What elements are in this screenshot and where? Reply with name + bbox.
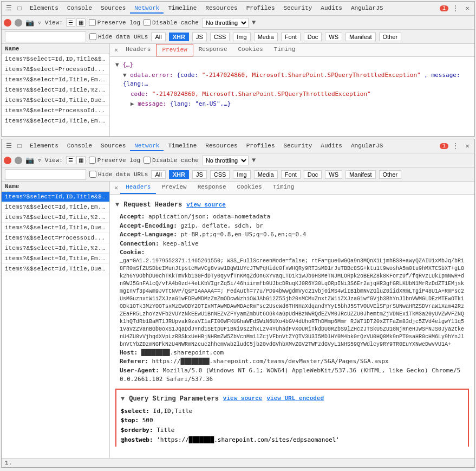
list-item-top-4[interactable]: items?&$select=Id,Title,Due... bbox=[2, 95, 109, 106]
disable-cache-checkbox-top[interactable] bbox=[144, 19, 151, 26]
tab-audits-bottom[interactable]: Audits bbox=[316, 141, 347, 151]
list-item-bottom-5[interactable]: items?&$select=Id,Title,%2... bbox=[2, 243, 109, 254]
disable-cache-checkbox-bottom[interactable] bbox=[144, 157, 151, 164]
js-filter-btn-bottom[interactable]: JS bbox=[192, 170, 207, 179]
hide-data-urls-checkbox-top[interactable] bbox=[89, 33, 96, 40]
sub-tab-cookies-top[interactable]: Cookies bbox=[232, 44, 268, 56]
more-menu-icon-bottom[interactable]: ⋮ bbox=[451, 141, 460, 151]
list-item-top-1[interactable]: items?&$select=ProcessoId... bbox=[2, 64, 109, 75]
js-filter-btn-top[interactable]: JS bbox=[192, 33, 207, 41]
font-filter-btn-top[interactable]: Font bbox=[281, 33, 301, 41]
tab-elements-top[interactable]: Elements bbox=[25, 4, 63, 14]
list-view-btn-bottom[interactable]: ☰ bbox=[66, 156, 75, 164]
tab-timeline-bottom[interactable]: Timeline bbox=[164, 141, 201, 151]
camera-icon-bottom[interactable]: 📷 bbox=[25, 156, 34, 165]
hide-data-urls-checkbox-bottom[interactable] bbox=[89, 171, 96, 178]
list-item-bottom-7[interactable]: items?&$select=Id,Title,Due... bbox=[2, 264, 109, 274]
list-item-bottom-4[interactable]: items?&$select=ProcessoId... bbox=[2, 233, 109, 243]
sub-tab-timing-top[interactable]: Timing bbox=[269, 44, 301, 56]
record-button-bottom[interactable] bbox=[4, 157, 11, 164]
font-filter-btn-bottom[interactable]: Font bbox=[281, 170, 301, 179]
xhr-filter-btn-bottom[interactable]: XHR bbox=[169, 170, 189, 179]
list-item-top-2[interactable]: items?&$select=Id,Title,Em... bbox=[2, 75, 109, 85]
throttle-arrow-top[interactable]: ▼ bbox=[252, 19, 256, 27]
grid-view-btn-top[interactable]: ▦ bbox=[76, 18, 86, 27]
manifest-filter-btn-bottom[interactable]: Manifest bbox=[345, 170, 376, 179]
doc-filter-btn-top[interactable]: Doc bbox=[304, 33, 322, 41]
preserve-log-checkbox-top[interactable] bbox=[89, 19, 96, 26]
all-filter-btn-bottom[interactable]: All bbox=[151, 170, 165, 179]
throttle-arrow-bottom[interactable]: ▼ bbox=[252, 157, 256, 164]
expand-arrow-rh[interactable]: ▼ bbox=[115, 200, 119, 210]
tab-network-bottom[interactable]: Network bbox=[130, 141, 164, 151]
img-filter-btn-bottom[interactable]: Img bbox=[233, 170, 250, 179]
tab-timeline-top[interactable]: Timeline bbox=[164, 4, 201, 14]
sub-tab-headers-top[interactable]: Headers bbox=[120, 44, 156, 56]
media-filter-btn-top[interactable]: Media bbox=[254, 33, 278, 41]
sub-tab-headers-bottom[interactable]: Headers bbox=[120, 182, 156, 194]
img-filter-btn-top[interactable]: Img bbox=[233, 33, 250, 41]
throttle-select-bottom[interactable]: No throttling bbox=[202, 156, 249, 165]
filter-icon-bottom[interactable]: ▿ bbox=[37, 156, 42, 165]
list-item-top-5[interactable]: items?&$select=ProcessoId... bbox=[2, 106, 109, 116]
manifest-filter-btn-top[interactable]: Manifest bbox=[345, 33, 376, 41]
ws-filter-btn-top[interactable]: WS bbox=[325, 33, 342, 41]
devtools-menu-icon-bottom[interactable]: ☰ bbox=[4, 141, 14, 151]
tab-security-top[interactable]: Security bbox=[279, 4, 317, 14]
stop-button-bottom[interactable] bbox=[15, 157, 22, 164]
sub-tab-preview-bottom[interactable]: Preview bbox=[156, 182, 192, 194]
inspect-icon[interactable]: □ bbox=[15, 4, 24, 14]
sub-tab-response-bottom[interactable]: Response bbox=[192, 182, 232, 194]
sub-tab-cookies-bottom[interactable]: Cookies bbox=[231, 182, 267, 194]
search-input-bottom[interactable] bbox=[5, 169, 86, 180]
list-item-bottom-0[interactable]: items?$select=Id,ID,Title&$... bbox=[2, 192, 109, 202]
close-detail-top[interactable]: ✕ bbox=[112, 44, 120, 56]
view-source-link-rh[interactable]: view source bbox=[186, 201, 226, 210]
list-item-top-3[interactable]: items?&$select=Id,Title,%2... bbox=[2, 85, 109, 95]
list-item-bottom-6[interactable]: items?&$select=Id,Title,Em... bbox=[2, 254, 109, 264]
devtools-menu-icon[interactable]: ☰ bbox=[4, 4, 14, 14]
xhr-filter-btn-top[interactable]: XHR bbox=[169, 33, 189, 41]
tab-resources-top[interactable]: Resources bbox=[201, 4, 242, 14]
tab-angularjs-bottom[interactable]: AngularJS bbox=[347, 141, 387, 151]
throttle-select-top[interactable]: No throttling bbox=[202, 18, 249, 28]
stop-button-top[interactable] bbox=[15, 19, 22, 27]
sub-tab-timing-bottom[interactable]: Timing bbox=[268, 182, 300, 194]
view-source-link-qp[interactable]: view source bbox=[223, 394, 263, 404]
filter-icon-top[interactable]: ▿ bbox=[37, 18, 42, 27]
sub-tab-preview-top[interactable]: Preview bbox=[156, 44, 193, 56]
other-filter-btn-top[interactable]: Other bbox=[379, 33, 402, 41]
list-item-top-6[interactable]: items?&$select=Id,Title,Em... bbox=[2, 116, 109, 126]
list-item-bottom-1[interactable]: items?&$select=Id,Title,Em... bbox=[2, 202, 109, 212]
tab-sources-top[interactable]: Sources bbox=[96, 4, 130, 14]
tab-profiles-top[interactable]: Profiles bbox=[242, 4, 279, 14]
other-filter-btn-bottom[interactable]: Other bbox=[379, 170, 402, 179]
css-filter-btn-bottom[interactable]: CSS bbox=[210, 170, 230, 179]
tab-network-top[interactable]: Network bbox=[130, 4, 164, 14]
list-view-btn-top[interactable]: ☰ bbox=[66, 18, 75, 27]
tab-sources-bottom[interactable]: Sources bbox=[96, 141, 130, 151]
tab-audits-top[interactable]: Audits bbox=[316, 4, 347, 14]
disable-cache-label-bottom[interactable]: Disable cache bbox=[144, 157, 199, 164]
view-url-link-qp[interactable]: view URL encoded bbox=[266, 394, 324, 404]
close-icon-bottom[interactable]: ✕ bbox=[462, 141, 472, 151]
list-item-bottom-3[interactable]: items?&$select=Id,Title,Due... bbox=[2, 223, 109, 233]
record-button-top[interactable] bbox=[4, 19, 11, 27]
tab-profiles-bottom[interactable]: Profiles bbox=[242, 141, 279, 151]
all-filter-btn-top[interactable]: All bbox=[151, 33, 165, 41]
tab-angularjs-top[interactable]: AngularJS bbox=[347, 4, 387, 14]
hide-data-urls-label-bottom[interactable]: Hide data URLs bbox=[89, 171, 148, 178]
camera-icon-top[interactable]: 📷 bbox=[25, 18, 34, 27]
grid-view-btn-bottom[interactable]: ▦ bbox=[76, 156, 86, 164]
tab-elements-bottom[interactable]: Elements bbox=[25, 141, 63, 151]
list-item-bottom-2[interactable]: items?&$select=Id,Title,%2... bbox=[2, 212, 109, 223]
search-input-top[interactable] bbox=[5, 31, 86, 42]
close-icon-top[interactable]: ✕ bbox=[462, 4, 472, 14]
tab-resources-bottom[interactable]: Resources bbox=[201, 141, 242, 151]
preserve-log-label-bottom[interactable]: Preserve log bbox=[89, 157, 140, 164]
tab-console-bottom[interactable]: Console bbox=[63, 141, 96, 151]
disable-cache-label-top[interactable]: Disable cache bbox=[144, 19, 199, 26]
doc-filter-btn-bottom[interactable]: Doc bbox=[304, 170, 322, 179]
preserve-log-checkbox-bottom[interactable] bbox=[89, 157, 96, 164]
tab-console-top[interactable]: Console bbox=[63, 4, 96, 14]
